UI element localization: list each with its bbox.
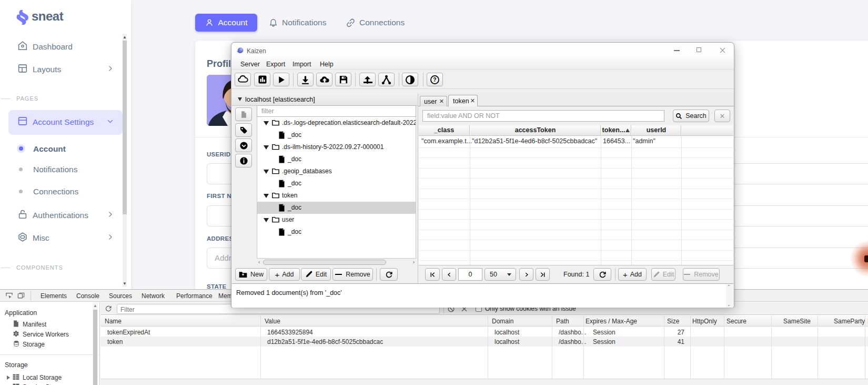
svg-text:?: ? (433, 77, 436, 83)
